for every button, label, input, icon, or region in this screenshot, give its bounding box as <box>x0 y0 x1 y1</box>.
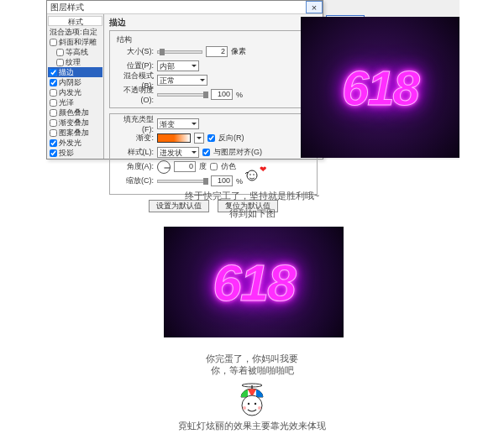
opacity-slider[interactable] <box>157 93 207 97</box>
align-check[interactable] <box>202 149 210 156</box>
style-label: 等高线 <box>66 47 88 57</box>
style-label: 纹理 <box>66 57 81 67</box>
style-item-innerglow[interactable]: 内发光 <box>48 87 102 97</box>
svg-point-8 <box>243 406 246 410</box>
style-item-outerglow[interactable]: 外发光 <box>48 138 102 148</box>
result-image: 618 <box>164 227 344 337</box>
style-label: 图案叠加 <box>59 128 89 138</box>
narration-2: 你完蛋了，你妈叫我要 你，等着被啪啪啪吧 霓虹灯炫丽的效果主要靠光效来体现 <box>0 353 504 432</box>
size-input[interactable]: 2 <box>206 46 228 57</box>
opacity-input[interactable]: 100 <box>211 89 233 100</box>
canvas-preview: 618 <box>301 17 459 158</box>
style-label: 描边 <box>59 67 74 77</box>
opacity-unit: % <box>236 91 243 99</box>
blend-options-label: 混合选项:自定 <box>50 27 97 37</box>
gradient-swatch[interactable] <box>157 133 191 143</box>
section-title: 描边 <box>109 17 318 29</box>
svg-point-1 <box>249 174 251 175</box>
style-check-satin[interactable] <box>50 99 57 107</box>
style-item-bevel[interactable]: 斜面和浮雕 <box>48 37 102 47</box>
style-item-contour[interactable]: 等高线 <box>48 47 102 57</box>
position-select[interactable]: 内部 <box>157 60 199 71</box>
style-item-satin[interactable]: 光泽 <box>48 97 102 107</box>
style-check-gradoverlay[interactable] <box>50 119 57 127</box>
style-check-dropshadow[interactable] <box>50 149 57 157</box>
gradient-label: 渐变: <box>115 133 154 144</box>
style-label: 内阴影 <box>59 77 81 87</box>
style-item-dropshadow[interactable]: 投影 <box>48 148 102 158</box>
reverse-check[interactable] <box>207 134 215 142</box>
style-label: 渐变叠加 <box>59 118 89 128</box>
blend-options-item[interactable]: 混合选项:自定 <box>48 27 102 37</box>
neon-text-result: 618 <box>213 253 294 312</box>
size-unit: 像素 <box>231 46 246 57</box>
style-item-stroke[interactable]: 描边 <box>48 67 102 77</box>
style-check-bevel[interactable] <box>50 39 57 46</box>
emoji-wipe-sweat-icon: ❤ <box>243 168 261 183</box>
position-value: 内部 <box>160 62 175 71</box>
narration2-extra: 霓虹灯炫丽的效果主要靠光效来体现 <box>0 420 504 432</box>
style-label: 斜面和浮雕 <box>59 37 97 47</box>
svg-point-9 <box>258 406 261 410</box>
style-check-stroke[interactable] <box>50 69 57 76</box>
style-label: 外发光 <box>59 138 81 148</box>
style-item-coloroverlay[interactable]: 颜色叠加 <box>48 107 102 118</box>
narration2-line-2: 你，等着被啪啪啪吧 <box>0 364 504 376</box>
style-label: 颜色叠加 <box>59 107 89 118</box>
dialog-titlebar[interactable]: 图层样式 × <box>47 1 323 14</box>
stroke-panel: 描边 结构 大小(S): 2 像素 位置(P): 内部 混合模式(B): <box>104 14 323 159</box>
filltype-label: 填充类型(F): <box>115 114 154 133</box>
styles-header: 样式 <box>48 16 102 26</box>
size-label: 大小(S): <box>115 46 154 57</box>
gradient-picker-icon[interactable] <box>194 133 204 144</box>
svg-point-6 <box>248 403 249 405</box>
align-label: 与图层对齐(G) <box>213 147 262 158</box>
narration2-line-1: 你完蛋了，你妈叫我要 <box>0 353 504 364</box>
style-check-innerglow[interactable] <box>50 89 57 97</box>
gradstyle-select[interactable]: 迸发状 <box>157 147 199 158</box>
style-label: 内发光 <box>59 87 81 97</box>
styles-list: 样式 混合选项:自定 斜面和浮雕 等高线 纹理 描 <box>47 14 104 159</box>
style-item-innershadow[interactable]: 内阴影 <box>48 77 102 87</box>
style-item-texture[interactable]: 纹理 <box>48 57 102 67</box>
narration-line-1: 终于快完工了，坚持就是胜利哦~ <box>0 190 504 202</box>
size-slider[interactable] <box>157 50 202 54</box>
layer-style-dialog: 图层样式 × 样式 混合选项:自定 斜面和浮雕 等高线 <box>46 0 323 159</box>
propeller-hat-emoji-icon <box>231 379 273 417</box>
style-item-patternoverlay[interactable]: 图案叠加 <box>48 128 102 138</box>
style-check-texture[interactable] <box>56 59 64 66</box>
dialog-title: 图层样式 <box>50 1 84 14</box>
opacity-label: 不透明度(O): <box>115 85 154 104</box>
style-check-contour[interactable] <box>56 49 64 56</box>
filltype-value: 渐变 <box>160 120 175 128</box>
style-check-patternoverlay[interactable] <box>50 129 57 137</box>
narration-line-2: 得到如下图 <box>0 207 504 220</box>
filltype-select[interactable]: 渐变 <box>157 118 199 129</box>
gradstyle-value: 迸发状 <box>160 149 182 157</box>
blendmode-value: 正常 <box>160 76 175 85</box>
svg-point-7 <box>255 403 256 405</box>
style-check-outerglow[interactable] <box>50 139 57 147</box>
blendmode-select[interactable]: 正常 <box>157 75 207 86</box>
structure-legend: 结构 <box>115 36 134 44</box>
close-icon[interactable]: × <box>306 1 323 13</box>
style-check-coloroverlay[interactable] <box>50 109 57 117</box>
reverse-label: 反向(R) <box>218 133 244 144</box>
style-check-innershadow[interactable] <box>50 79 57 86</box>
style-item-gradoverlay[interactable]: 渐变叠加 <box>48 118 102 128</box>
structure-fieldset: 结构 大小(S): 2 像素 位置(P): 内部 混合模式(B): 正常 <box>109 30 318 108</box>
heart-icon: ❤ <box>260 165 266 174</box>
style-label: 光泽 <box>59 97 74 107</box>
gradstyle-label: 样式(L): <box>115 147 154 158</box>
svg-point-5 <box>242 395 262 416</box>
style-label: 投影 <box>59 148 74 158</box>
svg-point-2 <box>253 174 255 175</box>
narration-1: ❤ 终于快完工了，坚持就是胜利哦~ 得到如下图 <box>0 168 504 220</box>
neon-text: 618 <box>342 60 418 116</box>
